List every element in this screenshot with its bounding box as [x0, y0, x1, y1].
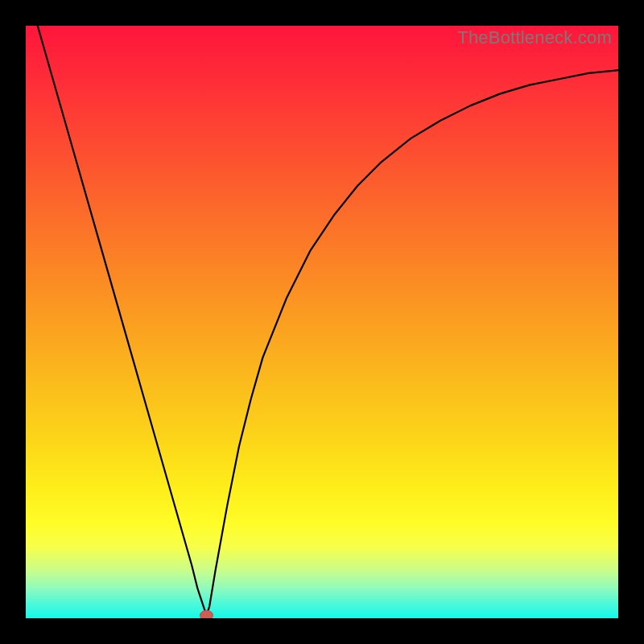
watermark-text: TheBottleneck.com: [457, 27, 612, 48]
optimum-marker: [200, 610, 213, 618]
chart-svg: [26, 26, 618, 618]
chart-frame: TheBottleneck.com: [0, 0, 644, 644]
chart-plot-area: TheBottleneck.com: [26, 26, 618, 618]
chart-background-gradient: [26, 26, 618, 618]
